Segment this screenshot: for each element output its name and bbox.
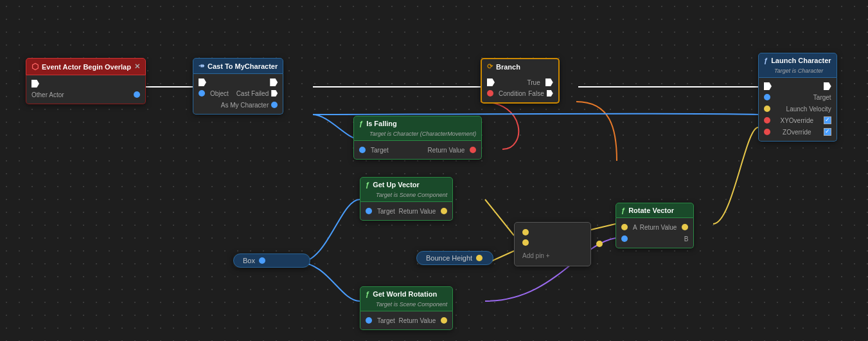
isfalling-return-label: Return Value	[428, 147, 465, 154]
node-get-up-vector: ƒ Get Up Vector Target is Scene Componen…	[360, 177, 453, 221]
bounce-output-pin[interactable]	[476, 255, 483, 261]
branch-condition-pin[interactable]	[487, 90, 493, 97]
isfalling-icon: ƒ	[359, 120, 363, 127]
cast-title: Cast To MyCharacter	[208, 62, 278, 70]
event-exec-pin[interactable]	[31, 80, 39, 88]
launch-zoverride-label: ZOverride	[783, 129, 811, 136]
rotation-target-label: Target	[377, 317, 395, 324]
cast-exec-out[interactable]	[270, 78, 278, 86]
node-add: Add pin +	[514, 222, 591, 266]
rotatevec-title: Rotate Vector	[628, 207, 674, 214]
add-result-pin[interactable]	[596, 241, 603, 247]
rotation-icon: ƒ	[366, 290, 369, 298]
rotatevec-return-label: Return Value	[640, 224, 677, 231]
upvector-title: Get Up Vector	[373, 181, 420, 189]
launch-target-row: Target	[759, 91, 837, 103]
node-cast-to-mycharacter: ↠ Cast To MyCharacter Object Cast Failed…	[193, 58, 283, 115]
upvector-return-pin[interactable]	[441, 208, 447, 214]
rotation-target-pin[interactable]	[366, 317, 372, 324]
event-close-icon[interactable]: ✕	[134, 62, 140, 71]
cast-asmychar-pin[interactable]	[271, 102, 278, 108]
upvector-header: ƒ Get Up Vector Target is Scene Componen…	[360, 177, 453, 202]
cast-icon: ↠	[199, 62, 204, 70]
rotatevec-return-pin[interactable]	[682, 224, 688, 230]
upvector-icon: ƒ	[366, 181, 369, 189]
node-get-world-rotation: ƒ Get World Rotation Target is Scene Com…	[360, 286, 453, 330]
rotation-header: ƒ Get World Rotation Target is Scene Com…	[360, 286, 453, 311]
cast-exec-in[interactable]	[199, 78, 206, 86]
launch-zoverride-checkbox[interactable]	[824, 128, 831, 136]
branch-false-pin[interactable]	[547, 90, 553, 97]
cast-header: ↠ Cast To MyCharacter	[193, 58, 283, 74]
cast-object-pin[interactable]	[199, 90, 205, 97]
rotation-target-row: Target Return Value	[360, 315, 452, 326]
isfalling-target-pin[interactable]	[359, 147, 366, 153]
node-rotate-vector: ƒ Rotate Vector A Return Value B	[616, 203, 694, 248]
event-exec-out	[26, 78, 145, 89]
branch-icon: ⟳	[487, 62, 493, 71]
launch-exec-in[interactable]	[764, 82, 772, 90]
launch-velocity-pin[interactable]	[764, 106, 770, 112]
launch-xyoverride-label: XYOverride	[780, 117, 813, 124]
cast-body: Object Cast Failed As My Character	[193, 74, 283, 115]
cast-object-row: Object Cast Failed	[193, 88, 283, 99]
upvector-target-row: Target Return Value	[360, 205, 452, 217]
rotatevec-a-row: A Return Value	[616, 221, 693, 233]
box-pill: Box	[233, 253, 310, 268]
rotatevec-b-label: B	[684, 235, 689, 243]
rotatevec-a-pin[interactable]	[621, 224, 628, 230]
branch-header: ⟳ Branch	[481, 58, 560, 74]
isfalling-return-pin[interactable]	[470, 147, 476, 153]
node-branch: ⟳ Branch True Condition False	[481, 58, 560, 104]
rotation-subtitle: Target is Scene Component	[376, 301, 447, 308]
event-otheractor-pin[interactable]	[134, 91, 140, 98]
add-a-pin[interactable]	[522, 229, 529, 235]
launch-header: ƒ Launch Character Target is Character	[758, 53, 837, 78]
cast-asmychar-row: As My Character	[193, 99, 283, 111]
add-body: Add pin +	[514, 222, 591, 266]
upvector-return-label: Return Value	[399, 208, 436, 215]
add-b-pin[interactable]	[522, 239, 529, 246]
branch-exec-in[interactable]	[487, 78, 495, 86]
add-addpin-label[interactable]: Add pin +	[522, 252, 550, 259]
box-output-pin[interactable]	[259, 257, 265, 264]
launch-xyoverride-pin[interactable]	[764, 117, 770, 124]
rotation-return-label: Return Value	[399, 317, 436, 324]
upvector-body: Target Return Value	[360, 202, 453, 221]
launch-velocity-label: Launch Velocity	[786, 106, 831, 113]
isfalling-title: Is Falling	[366, 120, 397, 127]
launch-zoverride-pin[interactable]	[764, 129, 770, 135]
branch-true-pin[interactable]	[545, 78, 553, 86]
event-body: Other Actor	[26, 75, 146, 104]
rotatevec-icon: ƒ	[621, 207, 625, 214]
cast-failed-pin[interactable]	[271, 90, 278, 97]
bounce-pill: Bounce Height	[416, 251, 493, 265]
node-bounce-height[interactable]: Bounce Height	[416, 251, 493, 265]
launch-target-label: Target	[813, 94, 831, 101]
event-otheractor-row: Other Actor	[26, 89, 145, 100]
launch-xyoverride-row: XYOverride	[759, 115, 837, 126]
launch-exec-out[interactable]	[824, 82, 831, 90]
upvector-target-label: Target	[377, 208, 395, 215]
rotatevec-a-label: A	[633, 224, 637, 231]
cast-castfailed-label: Cast Failed	[236, 90, 269, 97]
launch-target-pin[interactable]	[764, 94, 770, 100]
node-is-falling: ƒ Is Falling Target is Character (Charac…	[353, 116, 482, 160]
launch-xyoverride-checkbox[interactable]	[824, 116, 831, 124]
rotatevec-b-pin[interactable]	[621, 235, 628, 242]
cast-asmychar-label: As My Character	[221, 102, 269, 109]
event-otheractor-label: Other Actor	[31, 91, 64, 98]
isfalling-header: ƒ Is Falling Target is Character (Charac…	[353, 116, 482, 141]
upvector-target-pin[interactable]	[366, 208, 372, 214]
launch-velocity-row: Launch Velocity	[759, 103, 837, 115]
rotation-return-pin[interactable]	[441, 317, 447, 324]
launch-exec-row	[759, 81, 837, 91]
isfalling-target-label: Target	[371, 147, 389, 154]
launch-body: Target Launch Velocity XYOverride ZOverr…	[758, 78, 837, 142]
rotation-title: Get World Rotation	[373, 290, 437, 298]
node-box[interactable]: Box	[233, 253, 310, 268]
event-header: ⬡ Event Actor Begin Overlap ✕	[26, 58, 146, 75]
launch-subtitle: Target is Character	[774, 68, 823, 74]
branch-exec-row: True	[482, 77, 558, 88]
event-icon: ⬡	[31, 62, 39, 71]
